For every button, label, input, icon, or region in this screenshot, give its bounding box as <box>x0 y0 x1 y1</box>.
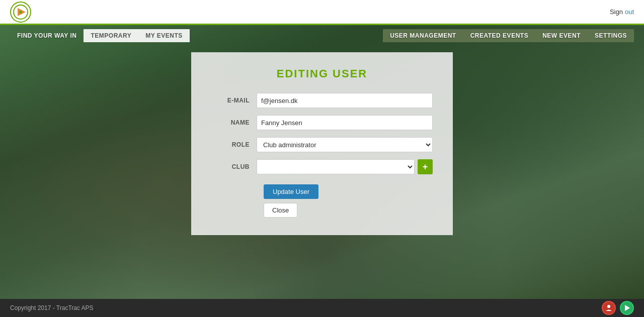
club-select[interactable] <box>257 159 415 174</box>
role-label: ROLE <box>211 141 257 148</box>
nav-temporary[interactable]: TEMPORARY <box>84 29 138 42</box>
footer-copyright: Copyright 2017 - TracTrac APS <box>10 304 94 311</box>
club-label: CLUB <box>211 163 257 170</box>
header: Sign out <box>0 0 644 25</box>
nav-my-events[interactable]: MY EVENTS <box>138 29 190 42</box>
name-row: NAME <box>211 115 433 130</box>
role-row: ROLE Club administrator Administrator Us… <box>211 137 433 152</box>
logo[interactable] <box>10 2 31 23</box>
add-club-button[interactable]: + <box>418 159 433 174</box>
footer: Copyright 2017 - TracTrac APS <box>0 299 644 317</box>
sign-out-link[interactable]: out <box>625 8 634 16</box>
svg-point-5 <box>625 307 627 309</box>
email-label: E-MAIL <box>211 97 257 104</box>
main-content: EDITING USER E-MAIL NAME ROLE Club admin… <box>0 42 644 235</box>
name-label: NAME <box>211 119 257 126</box>
email-field[interactable] <box>257 93 433 108</box>
logo-circle <box>10 2 31 23</box>
footer-icon-green[interactable] <box>620 301 634 315</box>
club-row: CLUB + <box>211 159 433 174</box>
close-button[interactable]: Close <box>264 203 297 218</box>
editing-user-panel: EDITING USER E-MAIL NAME ROLE Club admin… <box>191 52 453 235</box>
nav-settings[interactable]: SETTINGS <box>588 29 634 42</box>
button-row: Update User Close <box>211 184 433 218</box>
sign-out-prefix: Sign <box>610 8 623 16</box>
footer-icons <box>602 301 634 315</box>
nav-user-management[interactable]: USER MANAGEMENT <box>383 29 463 42</box>
club-input-area: + <box>257 159 433 174</box>
email-row: E-MAIL <box>211 93 433 108</box>
svg-point-3 <box>607 305 610 308</box>
update-user-button[interactable]: Update User <box>264 184 318 199</box>
nav-find-your-way[interactable]: FIND YOUR WAY IN <box>10 29 84 42</box>
nav-created-events[interactable]: CREATED EVENTS <box>463 29 535 42</box>
nav-bar: FIND YOUR WAY IN TEMPORARY MY EVENTS USE… <box>0 25 644 42</box>
sign-out-area: Sign out <box>610 8 634 16</box>
role-select[interactable]: Club administrator Administrator User <box>257 137 433 152</box>
svg-point-2 <box>19 11 22 14</box>
nav-new-event[interactable]: NEW EVENT <box>535 29 588 42</box>
form-title: EDITING USER <box>211 67 433 80</box>
footer-icon-red[interactable] <box>602 301 616 315</box>
name-field[interactable] <box>257 115 433 130</box>
